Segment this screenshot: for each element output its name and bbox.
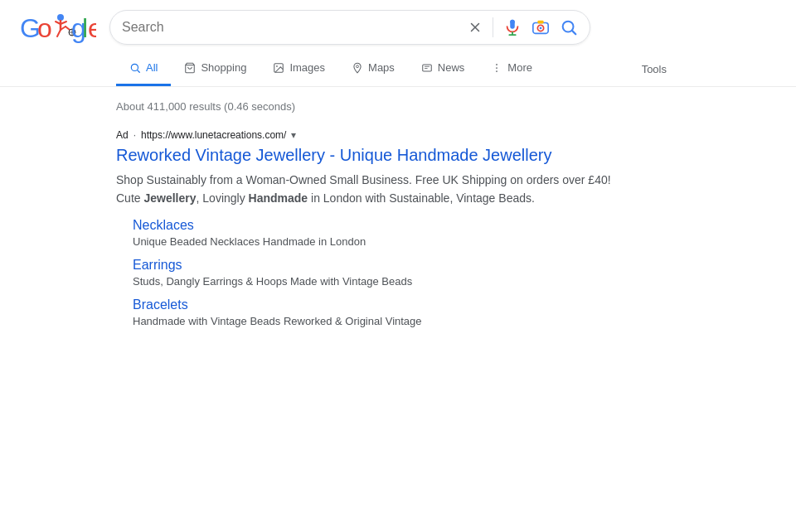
nav-all-label: All bbox=[146, 61, 158, 74]
lens-button[interactable] bbox=[531, 18, 550, 36]
ad-url: https://www.lunetacreations.com/ bbox=[141, 129, 286, 141]
mic-icon bbox=[503, 18, 522, 36]
svg-text:o: o bbox=[37, 13, 52, 43]
search-icon-group bbox=[468, 17, 578, 37]
svg-point-36 bbox=[496, 70, 498, 72]
nav-news-label: News bbox=[438, 61, 465, 74]
header: G o bbox=[0, 0, 796, 51]
svg-point-30 bbox=[357, 65, 359, 67]
svg-rect-31 bbox=[423, 64, 432, 70]
nav-shopping-label: Shopping bbox=[201, 61, 246, 74]
sitelink-earrings-desc: Studs, Dangly Earrings & Hoops Made with… bbox=[133, 275, 412, 288]
ad-label-row: Ad · https://www.lunetacreations.com/ ▾ bbox=[116, 129, 680, 141]
svg-line-8 bbox=[66, 27, 70, 30]
all-icon bbox=[129, 62, 141, 74]
clear-icon bbox=[468, 20, 483, 35]
ad-desc-line2-pre: Cute bbox=[116, 191, 143, 205]
ad-title-link[interactable]: Reworked Vintage Jewellery - Unique Hand… bbox=[116, 144, 680, 166]
nav-item-all[interactable]: All bbox=[116, 51, 171, 86]
ad-desc-mid: , Lovingly bbox=[197, 191, 249, 205]
svg-point-29 bbox=[276, 65, 278, 67]
ad-desc-bold2: Handmade bbox=[249, 191, 308, 205]
sitelink-necklaces-desc: Unique Beaded Necklaces Handmade in Lond… bbox=[133, 235, 366, 248]
search-bar-divider bbox=[493, 17, 493, 37]
nav-items: All Shopping Images Map bbox=[116, 51, 546, 86]
results-area: About 411,000 results (0.46 seconds) Ad … bbox=[0, 87, 796, 360]
svg-line-26 bbox=[138, 70, 140, 72]
sitelink-earrings: Earrings Studs, Dangly Earrings & Hoops … bbox=[133, 258, 680, 288]
nav-item-shopping[interactable]: Shopping bbox=[171, 51, 260, 86]
more-icon bbox=[491, 62, 502, 74]
sitelink-necklaces: Necklaces Unique Beaded Necklaces Handma… bbox=[133, 218, 680, 248]
nav-item-maps[interactable]: Maps bbox=[338, 51, 408, 86]
ad-desc-line1: Shop Sustainably from a Woman-Owned Smal… bbox=[116, 173, 611, 186]
nav-images-label: Images bbox=[289, 61, 325, 74]
results-count: About 411,000 results (0.46 seconds) bbox=[116, 100, 680, 113]
nav-maps-label: Maps bbox=[368, 61, 395, 74]
maps-icon bbox=[352, 62, 363, 74]
search-submit-button[interactable] bbox=[560, 18, 578, 36]
sitelink-bracelets-desc: Handmade with Vintage Beads Reworked & O… bbox=[133, 315, 422, 327]
nav-item-more[interactable]: More bbox=[478, 51, 546, 86]
sitelinks: Necklaces Unique Beaded Necklaces Handma… bbox=[116, 218, 680, 327]
svg-line-24 bbox=[572, 31, 575, 34]
ad-description: Shop Sustainably from a Woman-Owned Smal… bbox=[116, 171, 680, 208]
nav-item-news[interactable]: News bbox=[408, 51, 478, 86]
nav-more-label: More bbox=[507, 61, 532, 74]
sitelink-necklaces-link[interactable]: Necklaces bbox=[133, 218, 680, 233]
svg-rect-21 bbox=[537, 21, 543, 24]
ad-label: Ad bbox=[116, 129, 129, 141]
lens-icon bbox=[531, 18, 550, 36]
nav-item-images[interactable]: Images bbox=[260, 51, 338, 86]
nav-bar: All Shopping Images Map bbox=[0, 51, 796, 87]
ad-desc-bold1: Jewellery bbox=[143, 191, 196, 205]
sitelink-earrings-link[interactable]: Earrings bbox=[133, 258, 680, 273]
ad-dropdown-arrow[interactable]: ▾ bbox=[291, 129, 296, 141]
search-submit-icon bbox=[560, 18, 578, 36]
sitelink-bracelets-link[interactable]: Bracelets bbox=[133, 297, 680, 312]
clear-button[interactable] bbox=[468, 20, 483, 35]
svg-point-22 bbox=[540, 27, 542, 30]
sitelink-bracelets: Bracelets Handmade with Vintage Beads Re… bbox=[133, 297, 680, 327]
search-input[interactable]: handmade jewellery reigate bbox=[122, 20, 459, 35]
svg-text:e: e bbox=[88, 13, 96, 43]
shopping-icon bbox=[184, 62, 196, 74]
logo-svg: G o bbox=[20, 12, 96, 43]
svg-line-6 bbox=[57, 30, 61, 36]
google-logo[interactable]: G o bbox=[20, 12, 96, 43]
tools-button[interactable]: Tools bbox=[629, 53, 680, 85]
search-bar: handmade jewellery reigate bbox=[109, 10, 590, 45]
svg-rect-18 bbox=[510, 20, 515, 25]
ad-block: Ad · https://www.lunetacreations.com/ ▾ … bbox=[116, 129, 680, 327]
svg-point-34 bbox=[496, 64, 498, 65]
mic-button[interactable] bbox=[503, 18, 522, 36]
ad-desc-post: in London with Sustainable, Vintage Bead… bbox=[308, 191, 535, 205]
images-icon bbox=[273, 62, 284, 74]
svg-point-35 bbox=[496, 67, 498, 69]
news-icon bbox=[421, 62, 433, 74]
